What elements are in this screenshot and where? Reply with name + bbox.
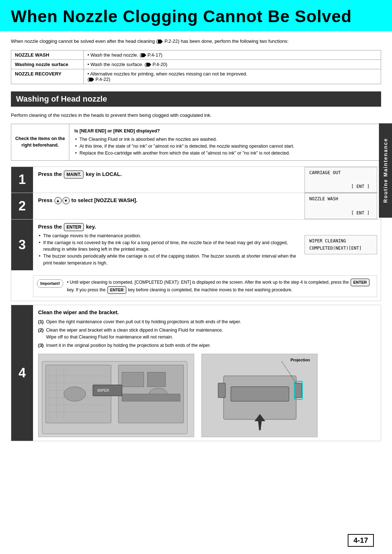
important-label: Important! [37, 279, 63, 288]
table-cell-label: Washing nozzle surface [11, 59, 84, 69]
important-text: • Until wiper cleaning is competed, [COM… [67, 279, 373, 294]
step-3-title: Press the ENTER key. [38, 223, 299, 231]
step-1-inner: Press the MAINT. key in LOCAL. CARRIAGE … [33, 167, 381, 193]
table-cell-value: • Wash the head nozzle. ( P.4-17) [84, 50, 381, 59]
table-cell-value: • Alternative nozzles for printing, when… [84, 69, 381, 84]
table-cell-label: NOZZLE RECOVERY [11, 69, 84, 84]
check-box-question: Is [NEAR END] or [INK END] displayed? [74, 128, 294, 135]
svg-rect-23 [231, 387, 289, 401]
svg-point-3 [64, 387, 86, 401]
projection-label: Projection [290, 357, 310, 363]
step-1-row: 1 Press the MAINT. key in LOCAL. CARRIAG… [11, 167, 381, 193]
step-2-content: Press ▲▼ to select [NOZZLE WASH]. [33, 193, 305, 219]
step-1-content: Press the MAINT. key in LOCAL. [33, 167, 305, 193]
step-3-row: 3 Press the ENTER key. The carriage move… [11, 219, 381, 301]
important-box: Important! • Until wiper cleaning is com… [33, 275, 377, 297]
ref-icon-3 [89, 78, 94, 82]
images-area: WIPER Projection [38, 354, 376, 437]
step-1-title: Press the MAINT. key in LOCAL. [38, 171, 299, 178]
check-box: Check the items on the right beforehand.… [11, 124, 381, 161]
table-row: NOZZLE WASH • Wash the head nozzle. ( P.… [11, 50, 381, 59]
list-item: Replace the Eco-cartridge with another f… [74, 150, 294, 157]
list-item: The Cleaning Fluid or ink is absorbed wh… [74, 136, 294, 143]
page-title: When Nozzle Clogging Cannot Be Solved [11, 7, 381, 26]
svg-rect-14 [122, 372, 144, 387]
bracket-diagram: Projection [201, 354, 318, 437]
enter-key-badge-3: ENTER [107, 286, 126, 294]
step-3-bullets: The carriage moves to the maintenance po… [38, 233, 299, 267]
list-item: (2) Clean the wiper and bracket with a c… [38, 327, 376, 341]
machine-svg: WIPER [38, 354, 194, 437]
section-intro: Perform cleaning of the nozzles in the h… [11, 112, 381, 119]
table-row: NOZZLE RECOVERY • Alternative nozzles fo… [11, 69, 381, 84]
page-number: 4-17 [348, 534, 374, 547]
step-3-screen: WIPER CLEANINGCOMPLETED(NEXT)[ENT] [305, 235, 377, 254]
ref-icon-2 [146, 63, 151, 67]
page-header: When Nozzle Clogging Cannot Be Solved [0, 0, 392, 31]
enter-key-badge-2: ENTER [351, 279, 369, 286]
enter-key-badge-1: ENTER [64, 223, 84, 231]
list-item: If the carriage is not covered by the in… [38, 239, 299, 253]
step-2-inner: Press ▲▼ to select [NOZZLE WASH]. NOZZLE… [33, 193, 381, 219]
section-heading: Washing of Head nozzle [11, 91, 381, 107]
check-box-bullets: The Cleaning Fluid or ink is absorbed wh… [74, 136, 294, 156]
check-box-left: Check the items on the right beforehand. [11, 124, 69, 160]
table-row: Washing nozzle surface • Wash the nozzle… [11, 59, 381, 69]
step-3-number: 3 [11, 219, 33, 270]
step-3-content: Press the ENTER key. The carriage moves … [33, 219, 305, 270]
svg-rect-16 [122, 394, 180, 401]
ref-icon-intro [158, 40, 163, 44]
step-3-inner: Press the ENTER key. The carriage moves … [33, 219, 381, 270]
step-2-title: Press ▲▼ to select [NOZZLE WASH]. [38, 197, 299, 205]
step-4-content: Clean the wiper and the bracket. (1) Ope… [33, 305, 381, 441]
step-4-number: 4 [11, 305, 33, 441]
sidebar-tab: Routine Maintenance [379, 123, 392, 218]
list-item: The buzzer sounds periodically while the… [38, 253, 299, 267]
list-item: At this time, if the state of "no ink" o… [74, 143, 294, 150]
list-item: (3) Insert it in the original position b… [38, 342, 376, 349]
page-wrapper: When Nozzle Clogging Cannot Be Solved Wh… [0, 0, 392, 554]
step-2-number: 2 [11, 193, 33, 219]
list-item: (1) Open the right maintenance cover the… [38, 319, 376, 325]
maint-key-badge: MAINT. [64, 171, 83, 178]
intro-text: When nozzle clogging cannot be solved ev… [11, 38, 381, 45]
step-2-screen: NOZZLE WASH [ ENT ] [305, 193, 377, 219]
svg-rect-15 [147, 372, 166, 387]
svg-rect-22 [294, 383, 302, 398]
machine-diagram: WIPER [38, 354, 194, 437]
table-cell-value: • Wash the nozzle surface. ( P.4-20) [84, 59, 381, 69]
svg-text:WIPER: WIPER [97, 389, 109, 393]
steps-container: 1 Press the MAINT. key in LOCAL. CARRIAG… [11, 167, 381, 301]
arrow-up-badge: ▲ [54, 197, 62, 204]
table-cell-label: NOZZLE WASH [11, 50, 84, 59]
important-container: Important! • Until wiper cleaning is com… [33, 272, 377, 297]
step-2-row: 2 Press ▲▼ to select [NOZZLE WASH]. NOZZ… [11, 193, 381, 219]
ref-icon-1 [141, 53, 146, 57]
info-table: NOZZLE WASH • Wash the head nozzle. ( P.… [11, 50, 381, 84]
step-1-screen: CARRIAGE OUT [ ENT ] [305, 167, 377, 193]
list-item: The carriage moves to the maintenance po… [38, 233, 299, 239]
main-content: When nozzle clogging cannot be solved ev… [0, 31, 392, 445]
step4-list: (1) Open the right maintenance cover the… [38, 319, 376, 349]
bracket-svg [202, 354, 318, 437]
step-4-row: 4 Clean the wiper and the bracket. (1) O… [11, 305, 381, 442]
step-3-top: 3 Press the ENTER key. The carriage move… [11, 219, 381, 270]
check-box-right: Is [NEAR END] or [INK END] displayed? Th… [69, 124, 299, 160]
svg-rect-21 [218, 383, 225, 398]
arrow-down-badge: ▼ [62, 197, 70, 204]
step-1-number: 1 [11, 167, 33, 193]
step-4-title: Clean the wiper and the bracket. [38, 309, 376, 317]
